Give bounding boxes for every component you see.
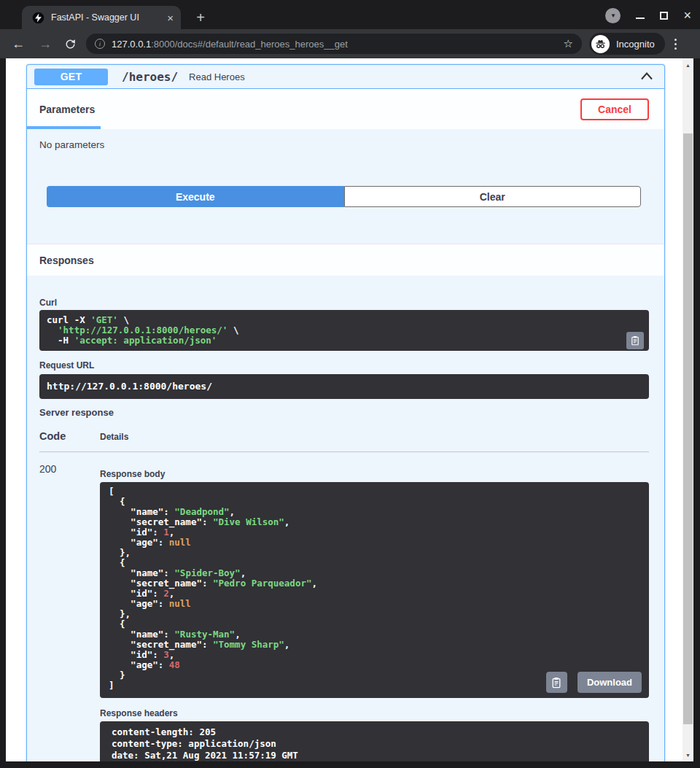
address-bar[interactable]: i 127.0.0.1:8000/docs#/default/read_hero… xyxy=(86,34,582,54)
request-url-value: http://127.0.0.1:8000/heroes/ xyxy=(47,381,642,392)
tab-search-icon[interactable]: ▼ xyxy=(605,8,621,23)
minimize-button[interactable] xyxy=(636,18,645,19)
url-text: 127.0.0.1:8000/docs#/default/read_heroes… xyxy=(112,39,558,50)
maximize-button[interactable] xyxy=(660,12,668,20)
code-line: "age": 48 xyxy=(109,660,640,670)
window-border-right xyxy=(693,58,700,768)
new-tab-button[interactable]: + xyxy=(191,8,210,27)
clear-button[interactable]: Clear xyxy=(344,186,642,207)
request-url-label: Request URL xyxy=(39,351,649,371)
response-body-actions: Download xyxy=(546,672,642,693)
cancel-button[interactable]: Cancel xyxy=(580,98,649,120)
code-line: }, xyxy=(109,609,640,619)
chevron-up-icon xyxy=(639,70,654,83)
response-headers-code: content-length: 205content-type: applica… xyxy=(112,726,637,761)
code-line: -H 'accept: application/json' xyxy=(47,335,642,346)
url-host: 127.0.0.1 xyxy=(112,39,151,50)
request-url-box: http://127.0.0.1:8000/heroes/ xyxy=(39,374,649,399)
scrollbar-thumb[interactable] xyxy=(683,133,693,724)
back-button[interactable]: ← xyxy=(12,37,25,50)
copy-curl-button[interactable] xyxy=(626,332,644,349)
download-button[interactable]: Download xyxy=(578,672,642,693)
responses-body: Curl curl -X 'GET' \ 'http://127.0.0.1:8… xyxy=(27,276,664,761)
response-body-label: Response body xyxy=(100,452,649,479)
copy-response-button[interactable] xyxy=(546,672,567,693)
code-line: "secret_name": "Dive Wilson", xyxy=(109,517,640,527)
window-border-bottom xyxy=(0,761,700,768)
response-body-box: [ { "name": "Deadpond", "secret_name": "… xyxy=(100,482,649,698)
code-line: "id": 3, xyxy=(109,650,640,660)
parameters-header: Parameters Cancel xyxy=(27,89,664,129)
window-close-button[interactable]: × xyxy=(683,9,691,22)
status-code: 200 xyxy=(39,452,100,761)
browser-titlebar: FastAPI - Swagger UI × + ▼ × xyxy=(0,0,700,29)
method-badge: GET xyxy=(34,69,108,85)
code-line: curl -X 'GET' \ xyxy=(47,315,642,325)
endpoint-summary: Read Heroes xyxy=(189,71,245,82)
curl-code: curl -X 'GET' \ 'http://127.0.0.1:8000/h… xyxy=(47,315,642,346)
tab-title: FastAPI - Swagger UI xyxy=(51,12,163,23)
response-details: Response body [ { "name": "Deadpond", "s… xyxy=(100,452,649,761)
code-line: "name": "Deadpond", xyxy=(109,507,640,517)
response-table-header: Code Details xyxy=(39,430,649,451)
response-row-200: 200 Response body [ { "name": "Deadpond"… xyxy=(39,452,649,761)
parameters-body: No parameters Execute Clear xyxy=(27,139,664,244)
response-headers-label: Response headers xyxy=(100,698,649,718)
code-line: "id": 1, xyxy=(109,527,640,538)
execute-wrapper: Execute Clear xyxy=(47,186,641,207)
incognito-label: Incognito xyxy=(616,39,655,50)
tab-close-icon[interactable]: × xyxy=(167,12,174,23)
swagger-page: GET /heroes/ Read Heroes Parameters Canc… xyxy=(6,58,682,761)
incognito-badge: Incognito xyxy=(589,33,665,55)
browser-toolbar: ← → i 127.0.0.1:8000/docs#/default/read_… xyxy=(0,29,700,58)
code-line: "name": "Spider-Boy", xyxy=(109,568,640,578)
responses-title: Responses xyxy=(39,255,94,266)
response-headers-box: content-length: 205content-type: applica… xyxy=(100,721,649,761)
parameters-tab-underline xyxy=(27,126,101,129)
code-line: 'http://127.0.0.1:8000/heroes/' \ xyxy=(47,325,642,335)
forward-button[interactable]: → xyxy=(39,37,52,50)
code-line: }, xyxy=(109,548,640,558)
clipboard-icon xyxy=(630,335,640,346)
code-line: "age": null xyxy=(109,538,640,548)
scroll-up-icon[interactable]: ▲ xyxy=(682,60,693,70)
code-line: content-length: 205 xyxy=(112,726,637,738)
code-line: { xyxy=(109,619,640,629)
code-line: date: Sat,21 Aug 2021 11:57:19 GMT xyxy=(112,750,637,761)
page-scrollbar[interactable]: ▲ ▼ xyxy=(682,58,693,761)
reload-button[interactable] xyxy=(64,38,77,50)
url-rest: :8000/docs#/default/read_heroes_heroes__… xyxy=(151,39,348,50)
parameters-title: Parameters xyxy=(39,104,95,115)
opblock-get-heroes: GET /heroes/ Read Heroes Parameters Canc… xyxy=(26,64,665,761)
code-line: "id": 2, xyxy=(109,589,640,599)
execute-button[interactable]: Execute xyxy=(47,186,344,207)
incognito-icon xyxy=(591,35,610,53)
code-line: { xyxy=(109,558,640,568)
browser-tab[interactable]: FastAPI - Swagger UI × xyxy=(22,6,181,29)
details-column-header: Details xyxy=(100,432,128,442)
browser-menu-button[interactable] xyxy=(674,39,677,50)
page-info-icon[interactable]: i xyxy=(95,39,105,49)
fastapi-favicon-icon xyxy=(32,12,44,24)
response-body-code: [ { "name": "Deadpond", "secret_name": "… xyxy=(109,486,640,691)
code-column-header: Code xyxy=(39,430,100,442)
endpoint-path: /heroes/ xyxy=(122,70,178,84)
code-line: [ xyxy=(109,486,640,497)
curl-label: Curl xyxy=(39,276,649,308)
bookmark-star-icon[interactable]: ☆ xyxy=(564,37,573,50)
code-line: "age": null xyxy=(109,599,640,609)
curl-code-box: curl -X 'GET' \ 'http://127.0.0.1:8000/h… xyxy=(39,310,649,351)
code-line: "secret_name": "Tommy Sharp", xyxy=(109,640,640,650)
responses-header: Responses xyxy=(27,244,664,276)
code-line: { xyxy=(109,497,640,507)
clipboard-icon xyxy=(551,677,562,689)
code-line: content-type: application/json xyxy=(112,738,637,750)
collapse-button[interactable] xyxy=(639,70,654,83)
code-line: "name": "Rusty-Man", xyxy=(109,629,640,640)
server-response-label: Server response xyxy=(39,399,649,418)
scroll-down-icon[interactable]: ▼ xyxy=(682,750,693,760)
code-line: "secret_name": "Pedro Parqueador", xyxy=(109,578,640,589)
window-controls: ▼ × xyxy=(605,6,691,25)
reload-icon xyxy=(64,38,77,50)
opblock-summary[interactable]: GET /heroes/ Read Heroes xyxy=(27,65,664,89)
